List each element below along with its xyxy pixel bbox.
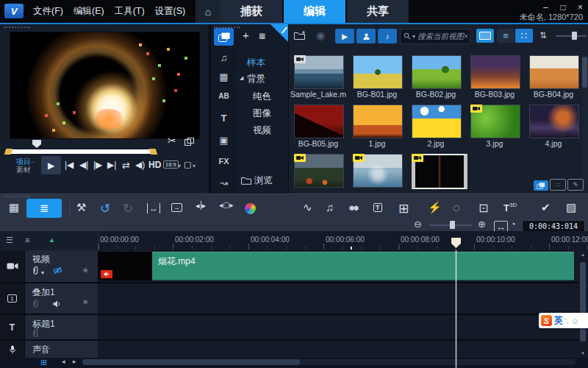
tree-item-videos[interactable]: 视频 — [253, 124, 271, 137]
track-effects-icon[interactable]: ✳ — [82, 266, 88, 275]
ime-emoji-icon[interactable]: ☺ — [571, 316, 579, 325]
ime-language[interactable]: 英 — [554, 314, 563, 327]
ripple-link-icon[interactable] — [32, 328, 39, 339]
aspect-caret-icon[interactable]: ▾ — [178, 163, 181, 169]
graphics-icon[interactable]: ▣ — [211, 135, 237, 146]
filters-icon[interactable]: FX — [211, 157, 237, 166]
scroll-right-icon[interactable]: ▸ — [73, 358, 76, 365]
enlarge-caret-icon[interactable]: ▾ — [193, 163, 196, 169]
transitions-icon[interactable]: AB — [211, 92, 237, 100]
cue-marker[interactable] — [351, 247, 352, 250]
expand-icon[interactable]: ◢ — [240, 75, 243, 81]
menu-settings[interactable]: 设置(S) — [150, 0, 191, 23]
volume-icon[interactable]: ◀) — [135, 160, 145, 170]
preview-video[interactable] — [10, 32, 200, 139]
thumbnail[interactable] — [353, 55, 403, 89]
timeline-ruler[interactable]: ☰ ≡ ▲ 00:00:00:00 00:00:02:00 00:00:04:0… — [0, 231, 588, 251]
tab-share[interactable]: 共享 — [347, 0, 410, 23]
redo-icon[interactable]: ↻ — [123, 201, 133, 216]
link-caret-icon[interactable]: ▾ — [41, 269, 44, 276]
thumbnail[interactable] — [470, 105, 520, 138]
maximize-icon[interactable]: □ — [560, 2, 565, 13]
multicam-editor-icon[interactable]: ▨ — [566, 201, 576, 214]
voice-track-body[interactable] — [98, 341, 588, 358]
split-screen-template-icon[interactable]: ⊞ — [398, 201, 409, 216]
tree-item-solid-color[interactable]: 纯色 — [253, 91, 271, 103]
browse-folder-icon[interactable] — [241, 176, 251, 187]
panel-drag-handle[interactable] — [4, 196, 30, 197]
track-options-icon[interactable]: ≡ — [25, 236, 29, 244]
playhead-line[interactable] — [456, 250, 456, 368]
thumbnail[interactable] — [529, 55, 579, 89]
track-manager-icon[interactable]: ☰ — [6, 236, 13, 245]
timeline-vscroll-thumb[interactable] — [580, 262, 586, 342]
filter-video-button[interactable]: ▶ — [335, 29, 354, 43]
ruler-ticks[interactable]: 00:00:00:00 00:00:02:00 00:00:04:00 00:0… — [98, 231, 588, 250]
tree-item-samples[interactable]: 样本 — [247, 57, 265, 69]
menu-tools[interactable]: 工具(T) — [110, 0, 150, 23]
panel-drag-handle[interactable] — [214, 26, 240, 28]
sound-mixer-icon[interactable]: ∿ — [303, 201, 312, 214]
track-header[interactable]: 标题1 — [25, 315, 98, 339]
show-frames-icon[interactable] — [534, 180, 548, 191]
aspect-ratio-selector[interactable]: 16:9 — [163, 160, 179, 169]
thumbnail[interactable] — [294, 55, 344, 89]
capture-frame-icon[interactable] — [184, 136, 194, 148]
video-track-icon[interactable] — [0, 250, 25, 282]
tab-capture[interactable]: 捕获 — [220, 0, 284, 23]
mask-creator-icon[interactable]: ◌ — [453, 201, 460, 216]
step-forward-button[interactable]: |▶ — [93, 160, 102, 170]
mode-project[interactable]: 项目 — [16, 158, 31, 166]
fit-project-icon[interactable]: ↔ — [147, 203, 160, 213]
step-back-button[interactable]: ◀| — [79, 160, 88, 170]
track-header[interactable]: 叠加1 ✳ — [25, 283, 98, 314]
timeline-fit-zoom-icon[interactable]: ⊞ — [40, 358, 47, 367]
disc-icon[interactable]: ◉ — [316, 29, 325, 41]
overlay-track-icon[interactable]: 1 — [0, 283, 25, 314]
library-scrollbar[interactable] — [581, 55, 588, 192]
list-view-button[interactable]: ≡ — [497, 29, 514, 43]
search-clear-icon[interactable]: × — [464, 32, 468, 40]
painting-creator-icon[interactable]: ●● — [348, 201, 357, 213]
tab-edit[interactable]: 编辑 — [284, 0, 347, 23]
timeline-zoom-in-icon[interactable]: ⊕ — [478, 219, 486, 230]
enlarge-preview-icon[interactable]: ▢ — [184, 160, 191, 169]
project-duration-icon[interactable]: ◔ — [510, 219, 516, 230]
voice-track-icon[interactable] — [0, 341, 25, 358]
subtitle-editor-icon[interactable]: T — [373, 203, 382, 212]
scroll-up-icon[interactable]: ▴ — [581, 252, 584, 257]
audio-library-icon[interactable]: ♫ — [211, 52, 237, 63]
minimize-icon[interactable]: – — [543, 2, 548, 13]
trim-bar[interactable] — [7, 149, 154, 154]
color-grading-icon[interactable] — [245, 203, 256, 214]
scroll-left-icon[interactable]: ◂ — [62, 358, 65, 365]
clip-fireworks[interactable]: 烟花.mp4 — [98, 252, 574, 280]
ripple-link-icon[interactable] — [32, 299, 39, 310]
timeline-zoom-slider[interactable] — [429, 224, 472, 226]
3d-title-editor-icon[interactable]: T3D — [503, 201, 517, 213]
thumbnail[interactable] — [353, 105, 403, 138]
scrubber-handle[interactable] — [32, 140, 41, 148]
undo-icon[interactable]: ↺ — [100, 201, 110, 216]
pan-zoom-icon[interactable]: ⊡ — [478, 201, 488, 215]
timeline-zoom-thumb[interactable] — [450, 221, 455, 229]
swap-tracks-icon[interactable]: ▲ — [49, 236, 55, 244]
motion-path-icon[interactable]: ↝ — [211, 177, 237, 188]
title-track-icon[interactable]: T — [0, 315, 25, 339]
menu-edit[interactable]: 编辑(E) — [68, 0, 110, 23]
ime-punctuation[interactable]: ’, — [565, 317, 569, 325]
track-header[interactable]: 视频 ▾ ✳ — [25, 250, 98, 282]
search-placeholder[interactable]: 搜索当前视图 — [417, 32, 464, 42]
show-title-icon[interactable]: ∷ — [550, 179, 566, 191]
go-end-button[interactable]: ▶| — [107, 160, 116, 170]
sogou-logo-icon[interactable]: S — [541, 315, 552, 326]
thumbnail[interactable] — [294, 154, 344, 188]
media-library-icon[interactable] — [214, 28, 234, 46]
tree-item-images[interactable]: 图像 — [253, 107, 271, 120]
thumbnail[interactable] — [470, 55, 520, 89]
trim-end-handle[interactable] — [149, 149, 158, 155]
thumbnail[interactable] — [412, 105, 462, 138]
close-icon[interactable]: × — [578, 2, 583, 13]
ime-toolbar[interactable]: S 英 ’, ☺ — [539, 313, 588, 328]
add-folder-icon[interactable]: + — [243, 29, 249, 41]
